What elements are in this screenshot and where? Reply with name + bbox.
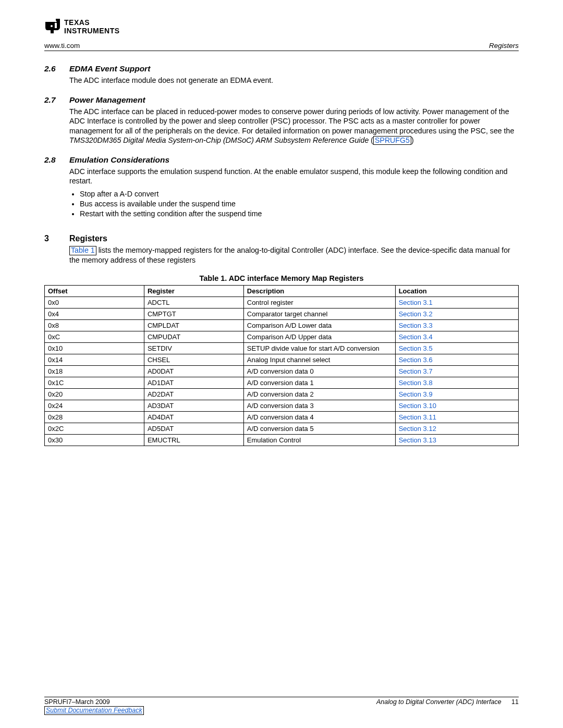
cell-offset: 0x18: [45, 365, 144, 377]
cell-register: SETDIV: [144, 342, 243, 354]
section-3-heading: 3 Registers: [44, 234, 519, 243]
cell-description: Comparator target channel: [243, 308, 395, 319]
cell-description: A/D conversion data 4: [243, 411, 395, 423]
cell-register: EMUCTRL: [144, 434, 243, 446]
link-section[interactable]: Section 3.12: [399, 425, 436, 433]
link-section[interactable]: Section 3.9: [399, 390, 433, 398]
table-row: 0x18AD0DATA/D conversion data 0Section 3…: [45, 365, 519, 377]
cell-description: A/D conversion data 0: [243, 365, 395, 377]
section-3-body: Table 1 lists the memory-mapped register…: [69, 245, 519, 265]
cell-offset: 0x10: [45, 342, 144, 354]
link-section[interactable]: Section 3.5: [399, 344, 433, 352]
section-2-7-body: The ADC interface can be placed in reduc…: [69, 107, 519, 145]
cell-description: SETUP divide value for start A/D convers…: [243, 342, 395, 354]
svg-point-0: [51, 25, 53, 27]
table-row: 0x30EMUCTRLEmulation ControlSection 3.13: [45, 434, 519, 446]
cell-location: Section 3.11: [395, 411, 518, 423]
ti-logo: TEXAS INSTRUMENTS: [44, 16, 519, 36]
col-offset: Offset: [45, 285, 144, 297]
svg-point-2: [55, 20, 56, 22]
footer-doc-title: Analog to Digital Converter (ADC) Interf…: [376, 698, 501, 706]
cell-location: Section 3.7: [395, 365, 518, 377]
cell-description: Comparison A/D Upper data: [243, 331, 395, 342]
cell-description: Emulation Control: [243, 434, 395, 446]
cell-description: Analog Input channel select: [243, 354, 395, 365]
table-row: 0x4CMPTGTComparator target channelSectio…: [45, 308, 519, 319]
cell-location: Section 3.13: [395, 434, 518, 446]
link-section[interactable]: Section 3.13: [399, 436, 436, 444]
cell-location: Section 3.2: [395, 308, 518, 319]
cell-register: AD5DAT: [144, 423, 243, 434]
section-2-8-list: Stop after a A-D convert Bus access is a…: [69, 189, 519, 219]
cell-register: CMPTGT: [144, 308, 243, 319]
cell-location: Section 3.3: [395, 319, 518, 331]
link-section[interactable]: Section 3.1: [399, 299, 433, 306]
cell-description: A/D conversion data 1: [243, 377, 395, 388]
cell-offset: 0x20: [45, 388, 144, 400]
logo-text-top: TEXAS: [64, 18, 90, 27]
cell-offset: 0x24: [45, 400, 144, 411]
link-section[interactable]: Section 3.11: [399, 413, 436, 421]
cell-location: Section 3.5: [395, 342, 518, 354]
cell-offset: 0x0: [45, 297, 144, 308]
cell-offset: 0x4: [45, 308, 144, 319]
logo-text-bottom: INSTRUMENTS: [64, 27, 120, 35]
cell-register: CHSEL: [144, 354, 243, 365]
cell-description: A/D conversion data 3: [243, 400, 395, 411]
section-2-6-body: The ADC interface module does not genera…: [69, 76, 519, 85]
table-row: 0x28AD4DATA/D conversion data 4Section 3…: [45, 411, 519, 423]
svg-rect-1: [55, 23, 57, 28]
cell-register: AD2DAT: [144, 388, 243, 400]
cell-register: AD3DAT: [144, 400, 243, 411]
cell-offset: 0xC: [45, 331, 144, 342]
link-section[interactable]: Section 3.2: [399, 310, 433, 318]
link-submit-feedback[interactable]: Submit Documentation Feedback: [44, 706, 144, 715]
list-item: Stop after a A-D convert: [80, 189, 519, 199]
table-1-title: Table 1. ADC interface Memory Map Regist…: [44, 274, 519, 282]
table-row: 0x24AD3DATA/D conversion data 3Section 3…: [45, 400, 519, 411]
cell-register: CMPUDAT: [144, 331, 243, 342]
cell-register: AD1DAT: [144, 377, 243, 388]
table-row: 0x20AD2DATA/D conversion data 2Section 3…: [45, 388, 519, 400]
cell-register: AD4DAT: [144, 411, 243, 423]
col-location: Location: [395, 285, 518, 297]
link-section[interactable]: Section 3.8: [399, 379, 433, 387]
register-table: Offset Register Description Location 0x0…: [44, 285, 519, 446]
section-2-8-heading: 2.8 Emulation Considerations: [44, 155, 519, 165]
link-sprufg5[interactable]: SPRUFG5: [373, 136, 411, 145]
link-section[interactable]: Section 3.3: [399, 322, 433, 329]
table-row: 0x2CAD5DATA/D conversion data 5Section 3…: [45, 423, 519, 434]
col-description: Description: [243, 285, 395, 297]
cell-description: Comparison A/D Lower data: [243, 319, 395, 331]
link-section[interactable]: Section 3.6: [399, 356, 433, 364]
link-section[interactable]: Section 3.10: [399, 402, 436, 410]
cell-offset: 0x1C: [45, 377, 144, 388]
cell-location: Section 3.12: [395, 423, 518, 434]
cell-offset: 0x2C: [45, 423, 144, 434]
link-table-1[interactable]: Table 1: [69, 246, 96, 255]
link-section[interactable]: Section 3.7: [399, 367, 433, 375]
cell-register: AD0DAT: [144, 365, 243, 377]
cell-offset: 0x8: [45, 319, 144, 331]
col-register: Register: [144, 285, 243, 297]
list-item: Bus access is available under the suspen…: [80, 199, 519, 208]
table-row: 0x8CMPLDATComparison A/D Lower dataSecti…: [45, 319, 519, 331]
table-row: 0x10SETDIVSETUP divide value for start A…: [45, 342, 519, 354]
link-section[interactable]: Section 3.4: [399, 333, 433, 341]
cell-offset: 0x30: [45, 434, 144, 446]
cell-description: A/D conversion data 5: [243, 423, 395, 434]
cell-location: Section 3.9: [395, 388, 518, 400]
section-2-7-heading: 2.7 Power Management: [44, 95, 519, 105]
header-url[interactable]: www.ti.com: [44, 42, 80, 50]
header-section: Registers: [489, 42, 519, 50]
section-2-8-body: ADC interface supports the emulation sus…: [69, 167, 519, 186]
table-row: 0xCCMPUDATComparison A/D Upper dataSecti…: [45, 331, 519, 342]
cell-location: Section 3.4: [395, 331, 518, 342]
cell-description: A/D conversion data 2: [243, 388, 395, 400]
cell-register: CMPLDAT: [144, 319, 243, 331]
table-row: 0x14CHSELAnalog Input channel selectSect…: [45, 354, 519, 365]
section-2-6-heading: 2.6 EDMA Event Support: [44, 64, 519, 73]
table-row: 0x1CAD1DATA/D conversion data 1Section 3…: [45, 377, 519, 388]
footer-page-number: 11: [511, 698, 519, 706]
cell-location: Section 3.6: [395, 354, 518, 365]
